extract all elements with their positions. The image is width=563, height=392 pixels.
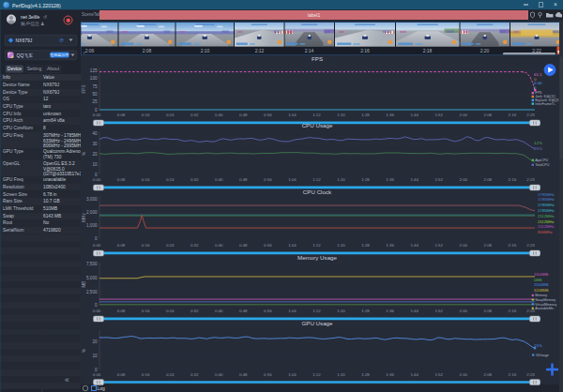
svg-text:GUsage: GUsage [536,354,549,357]
svg-text:2:16: 2:16 [509,177,517,182]
svg-text:0:48: 0:48 [239,113,248,117]
svg-text:0:00: 0:00 [93,243,101,248]
svg-text:1:12: 1:12 [312,243,321,248]
svg-text:1:12: 1:12 [312,177,321,182]
svg-text:0:56: 0:56 [264,177,272,182]
svg-text:1:28: 1:28 [361,372,370,377]
svg-text:1:20: 1:20 [337,113,345,117]
svg-text:1:04: 1:04 [288,243,297,248]
svg-text:30: 30 [92,142,98,146]
svg-text:1:44: 1:44 [410,243,418,248]
svg-text:20: 20 [92,152,98,157]
svg-text:0:16: 0:16 [142,177,150,182]
svg-text:2:23: 2:23 [526,243,535,248]
svg-text:1100MB: 1100MB [534,272,548,277]
svg-text:0:00: 0:00 [93,372,101,377]
svg-text:0:56: 0:56 [264,113,272,117]
svg-text:1:52: 1:52 [434,113,443,117]
svg-text:2:00: 2:00 [459,309,467,313]
svg-text:2500MB: 2500MB [534,282,549,287]
svg-text:0MB: 0MB [534,278,542,282]
svg-text:2:08: 2:08 [484,177,493,182]
svg-text:2:16: 2:16 [509,113,517,117]
svg-text:0:56: 0:56 [264,309,272,313]
svg-text:2:08: 2:08 [484,113,493,117]
svg-text:0:32: 0:32 [190,113,199,117]
svg-text:0: 0 [534,85,537,90]
svg-text:0:08: 0:08 [117,309,126,313]
svg-text:20: 20 [92,339,98,344]
svg-text:1:44: 1:44 [410,372,418,377]
svg-text:0:00: 0:00 [93,177,101,182]
svg-text:1:12: 1:12 [312,309,321,313]
svg-text:0:00: 0:00 [93,113,101,117]
svg-text:MHz: MHz [82,213,86,222]
svg-text:2:08: 2:08 [484,372,493,377]
svg-text:1:52: 1:52 [434,243,443,248]
svg-text:2:23: 2:23 [526,113,535,117]
svg-text:0:24: 0:24 [166,243,175,248]
svg-text:0:48: 0:48 [239,372,248,377]
svg-text:0:24: 0:24 [166,309,175,313]
svg-text:2:23: 2:23 [526,177,535,182]
svg-text:AppCPU: AppCPU [535,158,548,162]
svg-text:Memory: Memory [535,294,547,297]
svg-text:Memory Usage: Memory Usage [297,254,338,261]
svg-text:CPU Clock: CPU Clock [303,188,332,195]
svg-text:0:24: 0:24 [166,113,175,117]
svg-text:1:36: 1:36 [386,177,394,182]
svg-text:2112MHz: 2112MHz [538,224,555,229]
svg-text:1:28: 1:28 [361,309,370,313]
svg-text:2:16: 2:16 [509,372,517,377]
svg-text:2:00: 2:00 [459,372,467,377]
svg-text:FPS: FPS [82,85,86,94]
svg-text:0:00: 0:00 [93,309,101,313]
svg-text:1:36: 1:36 [386,372,394,377]
svg-text:1785MHz: 1785MHz [538,203,555,207]
svg-text:CPU Usage: CPU Usage [302,122,333,128]
svg-text:2:08: 2:08 [484,309,493,313]
svg-text:2:23: 2:23 [526,372,535,377]
svg-text:12%: 12% [534,141,542,145]
svg-text:1:36: 1:36 [386,243,394,248]
svg-text:40: 40 [92,131,98,136]
svg-text:1:20: 1:20 [337,177,345,182]
svg-text:1:20: 1:20 [337,243,345,248]
svg-text:1:28: 1:28 [361,113,370,117]
svg-text:1:44: 1:44 [410,177,418,182]
svg-text:1:12: 1:12 [312,113,321,117]
svg-text:0: 0 [95,108,98,113]
svg-text:25: 25 [92,99,98,104]
svg-text:0:32: 0:32 [190,177,199,182]
svg-text:10: 10 [92,162,98,167]
svg-text:1:12: 1:12 [312,372,321,377]
svg-text:15%: 15% [534,343,542,348]
svg-text:100: 100 [90,76,98,81]
svg-text:1:36: 1:36 [386,113,394,117]
svg-text:2112MHz: 2112MHz [538,214,555,219]
svg-text:1:52: 1:52 [434,372,443,377]
svg-text:0:24: 0:24 [166,177,175,182]
svg-text:2:00: 2:00 [459,113,467,117]
svg-text:0:40: 0:40 [215,177,223,182]
svg-text:2:08: 2:08 [484,243,493,248]
svg-text:50: 50 [92,92,98,97]
svg-text:2:16: 2:16 [509,309,517,313]
svg-text:1:44: 1:44 [410,309,418,313]
svg-text:SwapMemory: SwapMemory [535,298,555,302]
svg-text:0:48: 0:48 [239,177,248,182]
svg-text:1785MHz: 1785MHz [538,192,555,197]
svg-text:1:04: 1:04 [288,309,297,313]
svg-text:0:16: 0:16 [142,113,150,117]
svg-text:0:40: 0:40 [215,372,223,377]
svg-text:%: % [82,152,86,156]
svg-text:2:16: 2:16 [509,243,517,248]
svg-text:0:40: 0:40 [215,243,223,248]
svg-text:0:48: 0:48 [239,243,248,248]
svg-text:TotalCPU: TotalCPU [535,163,550,167]
svg-text:AvailableMe..: AvailableMe.. [535,307,555,310]
svg-text:0:08: 0:08 [117,113,126,117]
svg-text:0:08: 0:08 [117,177,126,182]
svg-text:1785MHz: 1785MHz [538,197,555,202]
svg-text:1:36: 1:36 [386,309,394,313]
